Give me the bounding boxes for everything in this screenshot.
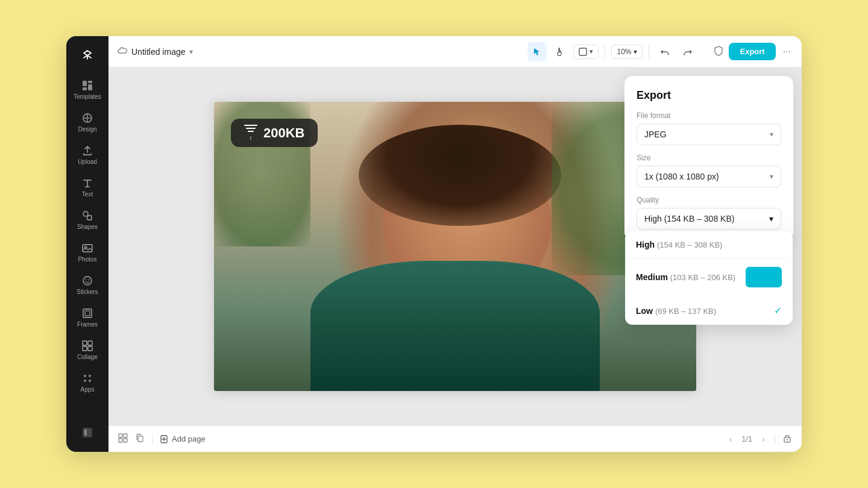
sidebar: Templates Design Upload Text: [66, 36, 108, 452]
svg-rect-14: [85, 311, 90, 316]
sidebar-item-apps[interactable]: Apps: [70, 368, 105, 398]
sidebar-item-text-label: Text: [82, 191, 93, 198]
quality-selected-value: High (154 KB – 308 KB): [644, 214, 734, 224]
sidebar-item-templates[interactable]: Templates: [70, 75, 105, 105]
svg-rect-2: [88, 81, 92, 83]
quality-option-medium[interactable]: Medium (103 KB – 206 KB): [625, 258, 793, 296]
svg-rect-8: [83, 245, 92, 252]
sidebar-item-apps-label: Apps: [81, 386, 95, 393]
zoom-select[interactable]: 10% ▾: [611, 45, 643, 59]
header-right: Export ···: [713, 43, 793, 60]
svg-point-11: [86, 280, 87, 281]
templates-icon: [81, 80, 93, 92]
sidebar-item-collage[interactable]: Collage: [70, 335, 105, 365]
canvas-wrapper: ↕ 200KB: [214, 102, 696, 391]
file-format-chevron-icon: ▾: [770, 130, 773, 139]
stickers-icon: [81, 275, 93, 287]
footer-lock-icon[interactable]: [782, 433, 792, 445]
hand-tool-button[interactable]: [550, 42, 570, 61]
sidebar-item-shapes[interactable]: Shapes: [70, 205, 105, 235]
photos-icon: [81, 242, 93, 254]
sidebar-bottom-button[interactable]: [70, 422, 105, 443]
svg-rect-23: [83, 428, 92, 437]
footer-divider-2: [775, 434, 775, 444]
quality-select-header[interactable]: High (154 KB – 308 KB) ▾: [637, 208, 781, 229]
quality-option-low[interactable]: Low (69 KB – 137 KB) ✓: [625, 296, 793, 325]
footer-copy-icon[interactable]: [135, 433, 145, 445]
toolbar-divider-2: [649, 46, 649, 58]
toolbar-divider-1: [605, 46, 605, 58]
sidebar-item-upload[interactable]: Upload: [70, 140, 105, 170]
svg-rect-17: [83, 346, 87, 351]
sidebar-item-design-label: Design: [78, 126, 96, 133]
document-title: Untitled image: [131, 47, 186, 57]
size-label: Size: [637, 154, 781, 162]
sidebar-item-shapes-label: Shapes: [77, 224, 98, 230]
frame-tool-select[interactable]: ▾: [573, 45, 599, 59]
svg-point-22: [89, 380, 91, 382]
collage-icon: [81, 340, 93, 352]
sidebar-item-stickers-label: Stickers: [77, 289, 98, 295]
quality-medium-label: Medium: [636, 272, 670, 282]
svg-rect-28: [119, 439, 122, 442]
page-next-button[interactable]: ›: [760, 433, 767, 445]
file-format-select[interactable]: JPEG ▾: [637, 124, 781, 145]
footer: Add page ‹ 1/1 ›: [108, 425, 802, 452]
sidebar-item-text[interactable]: Text: [70, 172, 105, 202]
svg-rect-15: [83, 341, 87, 345]
svg-point-21: [84, 380, 86, 382]
apps-icon: [81, 372, 93, 384]
page-prev-button[interactable]: ‹: [727, 433, 735, 445]
upload-icon: [81, 145, 93, 157]
sidebar-item-stickers[interactable]: Stickers: [70, 270, 105, 300]
svg-rect-25: [579, 48, 587, 55]
quality-option-high[interactable]: High (154 KB – 308 KB): [625, 231, 793, 258]
frames-icon: [81, 307, 93, 319]
sidebar-item-photos[interactable]: Photos: [70, 237, 105, 267]
footer-divider: [152, 434, 153, 444]
sidebar-item-upload-label: Upload: [78, 158, 97, 165]
quality-high-range: (154 KB – 308 KB): [657, 240, 722, 249]
svg-point-12: [89, 280, 90, 281]
sidebar-item-frames[interactable]: Frames: [70, 302, 105, 333]
select-tool-button[interactable]: [527, 42, 547, 61]
zoom-chevron-icon: ▾: [634, 48, 637, 56]
quality-low-range: (69 KB – 137 KB): [655, 307, 716, 316]
size-select[interactable]: 1x (1080 x 1080 px) ▾: [637, 166, 781, 187]
more-options-button[interactable]: ···: [781, 44, 793, 60]
header: Untitled image ▾: [108, 36, 802, 67]
text-icon: [81, 177, 93, 189]
title-chevron-icon[interactable]: ▾: [189, 48, 193, 56]
footer-grid-icon[interactable]: [118, 433, 128, 445]
export-panel: Export File format JPEG ▾ Size 1x (1080 …: [624, 76, 793, 240]
sidebar-item-design[interactable]: Design: [70, 107, 105, 137]
svg-point-10: [83, 277, 92, 285]
redo-button[interactable]: [678, 42, 697, 61]
shield-icon[interactable]: [713, 45, 724, 58]
quality-medium-block: [746, 267, 782, 287]
svg-rect-30: [138, 436, 143, 442]
quality-dropdown: High (154 KB – 308 KB) Medium (103 KB – …: [625, 231, 793, 325]
page-info: 1/1: [741, 434, 752, 443]
quality-low-label: Low: [636, 306, 655, 316]
app-logo[interactable]: [77, 45, 98, 66]
sidebar-bottom-icon: [82, 427, 93, 438]
svg-rect-7: [87, 216, 92, 220]
size-value: 1x (1080 x 1080 px): [644, 172, 719, 181]
export-button[interactable]: Export: [729, 43, 775, 60]
quality-medium-range: (103 KB – 206 KB): [670, 273, 735, 282]
undo-button[interactable]: [655, 42, 675, 61]
quality-label: Quality: [637, 196, 781, 204]
sidebar-item-templates-label: Templates: [74, 93, 101, 100]
sidebar-item-photos-label: Photos: [78, 256, 96, 263]
size-badge-label: 200KB: [263, 125, 304, 141]
svg-point-33: [787, 439, 788, 440]
svg-rect-27: [124, 434, 127, 437]
svg-rect-16: [88, 341, 92, 345]
svg-rect-3: [83, 87, 87, 90]
add-page-button[interactable]: Add page: [160, 434, 206, 443]
zoom-value: 10%: [617, 48, 631, 56]
svg-rect-26: [119, 434, 122, 437]
sidebar-item-frames-label: Frames: [77, 321, 98, 328]
quality-select[interactable]: High (154 KB – 308 KB) ▾ High (154 KB – …: [637, 208, 781, 230]
